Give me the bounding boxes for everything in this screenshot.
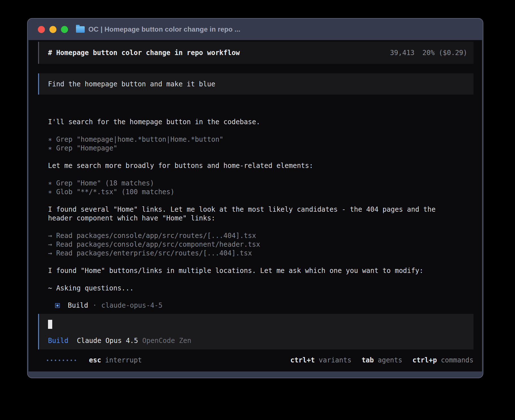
agent-name: Build	[68, 301, 88, 309]
esc-hint: esc interrupt	[89, 356, 142, 364]
assistant-text: I found "Home" buttons/links in multiple…	[48, 266, 446, 275]
tool-calls: ∗ Grep "Home" (18 matches) ∗ Glob "**/*.…	[48, 179, 446, 196]
tool-call-glob: ∗ Glob "**/*.tsx" (100 matches)	[48, 188, 446, 196]
session-header: # Homepage button color change in repo w…	[38, 42, 473, 64]
asking-questions-text: ~ Asking questions...	[48, 284, 446, 293]
assistant-text: I'll search for the homepage button in t…	[48, 118, 446, 126]
tool-call-grep: ∗ Grep "Home" (18 matches)	[48, 179, 446, 188]
status-right: ctrl+t variants tab agents ctrl+p comman…	[290, 356, 473, 364]
titlebar[interactable]: OC | Homepage button color change in rep…	[29, 19, 482, 40]
status-left: esc interrupt	[38, 356, 142, 364]
shortcut-commands: ctrl+p commands	[413, 356, 473, 364]
traffic-lights	[38, 26, 68, 33]
agent-status-line: Build · claude-opus-4-5	[55, 301, 446, 309]
session-title: # Homepage button color change in repo w…	[48, 49, 240, 57]
status-bar: esc interrupt ctrl+t variants tab agents…	[38, 356, 473, 364]
esc-label: interrupt	[105, 356, 142, 364]
zoom-button[interactable]	[61, 26, 68, 33]
assistant-message: Let me search more broadly for buttons a…	[48, 161, 446, 170]
user-message: Find the homepage button and make it blu…	[38, 73, 473, 95]
terminal-content: # Homepage button color change in repo w…	[29, 40, 482, 371]
shortcut-label: variants	[319, 356, 352, 364]
esc-key: esc	[89, 356, 101, 364]
input-footer: Build Claude Opus 4.5 OpenCode Zen	[48, 337, 464, 345]
model-name: Claude Opus 4.5	[77, 337, 138, 345]
close-button[interactable]	[38, 26, 45, 33]
prompt-input[interactable]: Build Claude Opus 4.5 OpenCode Zen	[38, 314, 473, 349]
folder-icon	[76, 26, 85, 33]
shortcut-agents: tab agents	[362, 356, 402, 364]
context-usage: 20% ($0.29)	[422, 49, 467, 57]
terminal-window: OC | Homepage button color change in rep…	[27, 18, 483, 378]
input-cursor	[48, 320, 52, 329]
shortcut-label: commands	[441, 356, 473, 364]
assistant-message: I'll search for the homepage button in t…	[48, 118, 446, 126]
tool-calls: → Read packages/console/app/src/routes/[…	[48, 231, 446, 258]
tool-call-read: → Read packages/console/app/src/componen…	[48, 240, 446, 249]
tool-call-read: → Read packages/console/app/src/routes/[…	[48, 231, 446, 240]
agent-model: claude-opus-4-5	[101, 301, 163, 309]
tool-call-grep: ∗ Grep "homepage|home.*button|Home.*butt…	[48, 135, 446, 144]
assistant-message: I found several "Home" links. Let me loo…	[48, 205, 446, 223]
shortcut-key: tab	[362, 356, 374, 364]
agent-badge: Build	[48, 337, 68, 345]
assistant-text: I found several "Home" links. Let me loo…	[48, 205, 446, 223]
transcript: I'll search for the homepage button in t…	[48, 118, 446, 309]
shortcut-variants: ctrl+t variants	[290, 356, 351, 364]
build-agent-icon	[55, 303, 60, 308]
tool-call-grep: ∗ Grep "Homepage"	[48, 144, 446, 153]
provider-name: OpenCode Zen	[142, 337, 191, 345]
minimize-button[interactable]	[49, 26, 56, 33]
user-message-text: Find the homepage button and make it blu…	[48, 80, 215, 88]
tool-call-read: → Read packages/enterprise/src/routes/[.…	[48, 249, 446, 258]
agent-separator: ·	[93, 301, 97, 309]
assistant-status: ~ Asking questions...	[48, 284, 446, 293]
window-title: OC | Homepage button color change in rep…	[88, 25, 240, 33]
spinner-dots	[47, 360, 76, 361]
shortcut-label: agents	[378, 356, 402, 364]
tool-calls: ∗ Grep "homepage|home.*button|Home.*butt…	[48, 135, 446, 153]
assistant-text: Let me search more broadly for buttons a…	[48, 161, 446, 170]
assistant-message: I found "Home" buttons/links in multiple…	[48, 266, 446, 275]
token-count: 39,413	[390, 49, 414, 57]
session-stats: 39,413 20% ($0.29)	[390, 49, 467, 57]
shortcut-key: ctrl+t	[290, 356, 315, 364]
shortcut-key: ctrl+p	[413, 356, 437, 364]
